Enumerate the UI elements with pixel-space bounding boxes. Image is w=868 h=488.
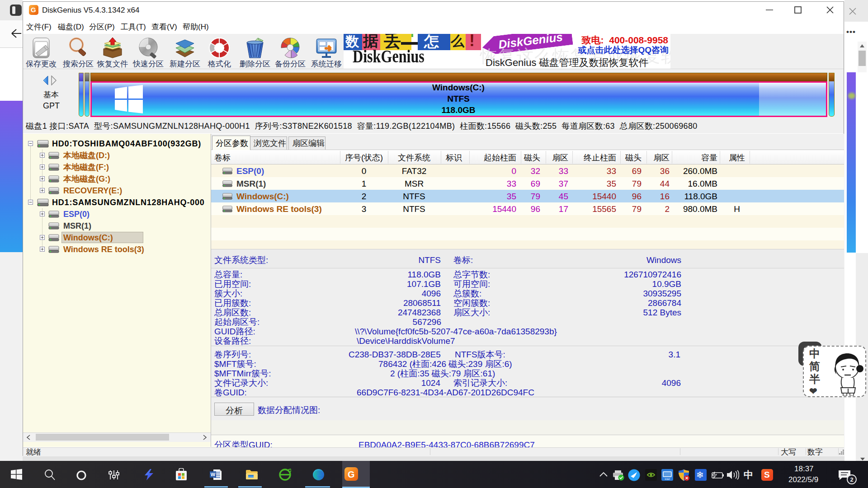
svg-text:intel: intel: [665, 478, 670, 480]
svg-text:W: W: [211, 472, 216, 477]
svg-text:2: 2: [850, 476, 853, 483]
